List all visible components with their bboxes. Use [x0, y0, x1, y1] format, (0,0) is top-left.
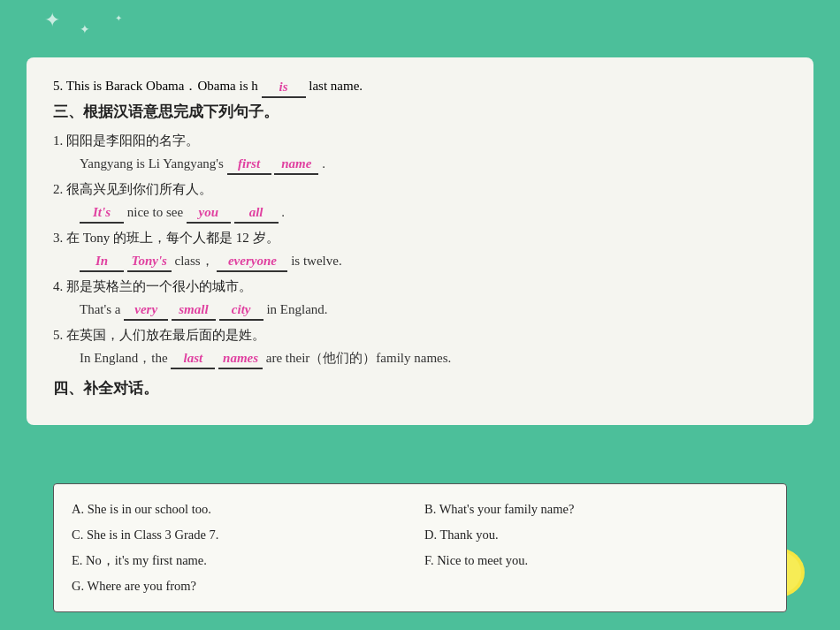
q5-english: In England，the last names are their（他们的）… [53, 347, 787, 370]
q3-suffix: is twelve. [291, 254, 342, 268]
q1-prefix: Yangyang is Li Yangyang's [80, 156, 224, 171]
q2-chinese: 2. 很高兴见到你们所有人。 [53, 178, 787, 201]
q1-block: 1. 阳阳是李阳阳的名字。 Yangyang is Li Yangyang's … [53, 130, 787, 175]
q4-english: That's a very small city in England. [53, 299, 787, 322]
snowflake-1: ✦ [44, 9, 60, 32]
q5-blank1: last [171, 349, 215, 369]
q5-chinese: 5. 在英国，人们放在最后面的是姓。 [53, 324, 787, 347]
top-blank: is [262, 78, 306, 98]
q1-chinese: 1. 阳阳是李阳阳的名字。 [53, 130, 787, 153]
q5-blank2: names [218, 349, 263, 369]
q3-english: In Tony's class， everyone is twelve. [53, 250, 787, 273]
q1-suffix: . [322, 156, 325, 171]
q3-blank3: everyone [217, 252, 287, 272]
q2-suffix: . [281, 205, 285, 219]
main-card: 5. This is Barack Obama．Obama is h is la… [27, 57, 813, 425]
q4-chinese: 4. 那是英格兰的一个很小的城市。 [53, 276, 787, 299]
q2-blank3: all [234, 203, 279, 224]
answer-grid: A. She is in our school too. B. What's y… [72, 497, 768, 599]
answer-options-box: A. She is in our school too. B. What's y… [53, 483, 787, 612]
option-H [424, 573, 768, 599]
q3-blank1: In [80, 252, 124, 272]
q1-blank2: name [274, 155, 318, 175]
q4-blank2: small [172, 300, 216, 321]
q5-block: 5. 在英国，人们放在最后面的是姓。 In England，the last n… [53, 324, 787, 369]
q4-block: 4. 那是英格兰的一个很小的城市。 That's a very small ci… [53, 276, 787, 321]
q2-mid: nice to see [127, 205, 183, 219]
q3-blank2: Tony's [127, 252, 172, 272]
top-question-text: 5. This is Barack Obama．Obama is h [53, 79, 258, 93]
option-A: A. She is in our school too. [72, 497, 416, 522]
q2-block: 2. 很高兴见到你们所有人。 It's nice to see you all … [53, 178, 787, 224]
top-question: 5. This is Barack Obama．Obama is h is la… [53, 75, 787, 98]
snowflake-2: ✦ [80, 22, 90, 37]
q3-block: 3. 在 Tony 的班上，每个人都是 12 岁。 In Tony's clas… [53, 227, 787, 272]
q2-english: It's nice to see you all . [53, 201, 787, 224]
option-B: B. What's your family name? [424, 497, 768, 522]
option-C: C. She is in Class 3 Grade 7. [72, 522, 416, 548]
top-suffix: last name. [309, 79, 363, 93]
q5-prefix: In England，the [80, 351, 168, 365]
section3-header: 三、根据汉语意思完成下列句子。 [53, 100, 787, 125]
q5-suffix: are their（他们的）family names. [266, 351, 452, 365]
q4-blank3: city [219, 300, 263, 321]
section4-header: 四、补全对话。 [53, 376, 787, 402]
q4-blank1: very [124, 300, 168, 321]
option-F: F. Nice to meet you. [424, 548, 768, 573]
snowflake-3: ✦ [115, 13, 122, 23]
q3-mid: class， [175, 254, 214, 268]
option-D: D. Thank you. [424, 522, 768, 548]
q2-blank2: you [187, 203, 231, 224]
q2-blank1: It's [80, 203, 124, 224]
q3-chinese: 3. 在 Tony 的班上，每个人都是 12 岁。 [53, 227, 787, 250]
q1-blank1: first [227, 155, 271, 175]
option-G: G. Where are you from? [72, 573, 416, 599]
option-E: E. No，it's my first name. [72, 548, 416, 573]
q1-english: Yangyang is Li Yangyang's first name . [53, 153, 787, 176]
q4-prefix: That's a [80, 302, 120, 316]
q4-suffix: in England. [266, 302, 327, 316]
